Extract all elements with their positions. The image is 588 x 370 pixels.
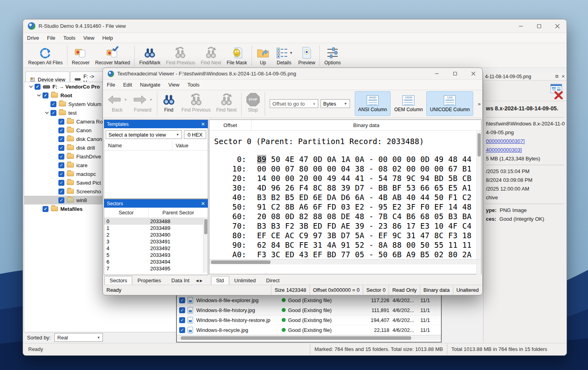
col-offset[interactable]: Offset <box>209 120 251 130</box>
tab-scroll-left-icon[interactable]: ◀ <box>196 279 200 283</box>
hex-row[interactable]: 50: 91 C2 8B A6 6F FD 03 E2 - 95 E2 3F F… <box>209 202 481 212</box>
tree-checkbox[interactable]: ✓ <box>50 110 56 116</box>
close-button[interactable] <box>548 19 567 33</box>
sorted-by-dropdown[interactable]: Real ▼ <box>54 333 103 342</box>
tab-std[interactable]: Std <box>211 276 229 285</box>
template-select-dropdown[interactable]: Select a template to view ▼ <box>106 130 182 139</box>
tab-data-int[interactable]: Data Int <box>166 276 195 285</box>
sector-row[interactable]: 2 2033490 <box>104 231 203 238</box>
hex-row[interactable]: 40: B3 B2 B5 ED 6E DA D6 6A - 4B AB 40 4… <box>209 193 481 202</box>
tab-unlimited[interactable]: Unlimited <box>229 276 261 285</box>
hex-row[interactable]: A0: F3 3C ED 43 EF BD 77 05 - 50 6B A9 B… <box>209 250 481 259</box>
goto-units-dropdown[interactable]: Bytes ▼ <box>321 99 350 108</box>
find-mark-button[interactable]: Find/Mark <box>136 45 163 66</box>
close-panel-icon[interactable]: ✕ <box>562 74 565 79</box>
back-button[interactable]: ▼ Back <box>104 91 130 114</box>
sector-row[interactable]: 3 2033491 <box>104 238 203 245</box>
tree-checkbox[interactable]: ✓ <box>58 189 64 195</box>
hex-content[interactable]: Sector 0 (Parent: Partition1 Record: 203… <box>209 131 481 259</box>
toolbar-overflow-icon[interactable]: » <box>478 101 481 107</box>
tab-sectors[interactable]: Sectors <box>104 276 132 285</box>
sector-row[interactable]: 0 2033488 <box>104 218 203 225</box>
menu-drive[interactable]: Drive <box>23 33 43 43</box>
tree-checkbox[interactable]: ✓ <box>58 197 64 203</box>
menu-view[interactable]: View <box>164 80 184 90</box>
stop-button[interactable]: STOP Stop <box>243 91 263 114</box>
file-row[interactable]: ✓ Windows-8-file-history-restore.jp Good… <box>177 315 441 325</box>
offset-goto-combo[interactable]: Offset to go to ∨ <box>270 99 318 108</box>
col-binary-data[interactable]: Binary data <box>251 122 481 128</box>
file-row[interactable]: ✓ Windows-8-file-history.jpg Good (Exist… <box>177 305 441 315</box>
close-icon[interactable]: ✕ <box>201 201 205 206</box>
sector-row[interactable]: 7 2033495 <box>104 265 203 272</box>
file-row[interactable]: ✓ Windows-8-recycle.jpg Good (Existing f… <box>177 325 441 335</box>
tree-checkbox[interactable]: ✓ <box>58 145 64 151</box>
hex-row[interactable]: 20: 14 00 00 20 00 49 44 41 - 54 78 9C 9… <box>209 173 481 183</box>
forward-button[interactable]: ▼ Forward <box>130 91 155 114</box>
hex-row[interactable]: 70: B3 B3 F2 3B ED FD AE 39 - 23 86 17 E… <box>209 221 481 231</box>
tree-checkbox[interactable]: ✓ <box>58 171 64 177</box>
tree-checkbox[interactable]: ✓ <box>58 162 64 168</box>
col-name[interactable]: Name <box>104 141 172 150</box>
recover-marked-button[interactable]: Recover Marked <box>92 45 133 66</box>
chevron-down-icon[interactable] <box>27 84 35 89</box>
find-next-button[interactable]: Find Next <box>213 91 239 114</box>
find-button[interactable]: Find <box>159 91 179 114</box>
tab-properties[interactable]: Properties <box>132 276 166 285</box>
hex-row[interactable]: 60: 20 08 0D 82 88 08 DE 48 - 7B C4 B6 6… <box>209 212 481 221</box>
menu-tools[interactable]: Tools <box>184 80 203 90</box>
file-checkbox[interactable]: ✓ <box>179 317 185 323</box>
close-icon[interactable]: ✕ <box>201 121 205 127</box>
forward-history-icon[interactable]: ▼ <box>149 98 153 102</box>
tree-checkbox[interactable]: ✓ <box>58 154 64 160</box>
menu-file[interactable]: File <box>43 33 59 43</box>
float-panel-icon[interactable]: ⧉ <box>555 74 559 79</box>
oem-column-toggle[interactable]: OEM OEM Column <box>391 91 426 116</box>
chevron-down-icon[interactable] <box>43 110 50 116</box>
find-next-button[interactable]: Find Next <box>198 45 224 66</box>
menu-edit[interactable]: Edit <box>119 80 136 90</box>
unicode-column-toggle[interactable]: UNI UNICODE Column <box>426 91 473 116</box>
chevron-down-icon[interactable] <box>35 92 43 98</box>
sector-row[interactable]: 5 2033493 <box>104 252 203 258</box>
file-list-hscrollbar[interactable] <box>177 335 441 340</box>
file-checkbox[interactable]: ✓ <box>179 327 185 333</box>
col-parent-sector[interactable]: Parent Sector <box>149 208 208 218</box>
tab-scroll-right-icon[interactable]: ▶ <box>200 279 204 283</box>
menu-navigate[interactable]: Navigate <box>136 80 164 90</box>
file-row[interactable]: ✓ Windows-8-file-explorer.jpg Good (Exis… <box>177 295 441 305</box>
tree-checkbox[interactable]: ✓ <box>50 101 56 107</box>
menu-tools[interactable]: Tools <box>59 33 79 43</box>
hex-vscrollbar[interactable] <box>476 131 481 274</box>
find-previous-button[interactable]: Find Previous <box>163 45 198 66</box>
menu-help[interactable]: Help <box>99 33 117 43</box>
file-mask-button[interactable]: File Mask <box>224 45 250 66</box>
minimize-button[interactable] <box>512 19 530 33</box>
ansi-column-toggle[interactable]: ANSI ANSI Column <box>355 91 391 116</box>
file-checkbox[interactable]: ✓ <box>179 307 185 313</box>
maximize-button[interactable] <box>446 68 464 79</box>
col-sector[interactable]: Sector <box>104 208 149 218</box>
hex-row[interactable]: 30: 4D 96 26 F4 8C 88 39 D7 - BB BF 53 6… <box>209 183 481 193</box>
template-offset-field[interactable]: 0 HEX <box>184 130 206 139</box>
find-previous-button[interactable]: Find Previous <box>179 91 213 114</box>
options-button[interactable]: Options <box>321 45 343 66</box>
preview-button[interactable]: Preview <box>296 45 318 66</box>
reopen-all-files-button[interactable]: Reopen All Files <box>25 45 66 66</box>
close-button[interactable] <box>464 68 482 79</box>
tree-checkbox[interactable]: ✓ <box>58 136 64 142</box>
minimize-button[interactable] <box>427 68 446 79</box>
up-button[interactable]: Up <box>253 45 273 66</box>
sectors-vscrollbar[interactable] <box>203 218 208 273</box>
menu-view[interactable]: View <box>79 33 99 43</box>
maximize-button[interactable] <box>530 19 548 33</box>
tree-checkbox[interactable]: ✓ <box>43 206 48 212</box>
hex-row[interactable]: 80: EF CE AC C9 97 3B D7 5A - EF 9C 31 4… <box>209 231 481 240</box>
back-history-icon[interactable]: ▼ <box>124 98 127 102</box>
hex-row[interactable]: 0: 8950 4E 47 0D 0A 1A 0A - 00 00 00 0D … <box>209 154 481 164</box>
col-value[interactable]: Value <box>172 141 188 150</box>
tree-checkbox[interactable]: ✓ <box>58 180 64 186</box>
tab-direct[interactable]: Direct <box>261 276 285 285</box>
selected-byte[interactable]: 89 <box>257 155 266 164</box>
close-preview-icon[interactable] <box>548 83 563 99</box>
